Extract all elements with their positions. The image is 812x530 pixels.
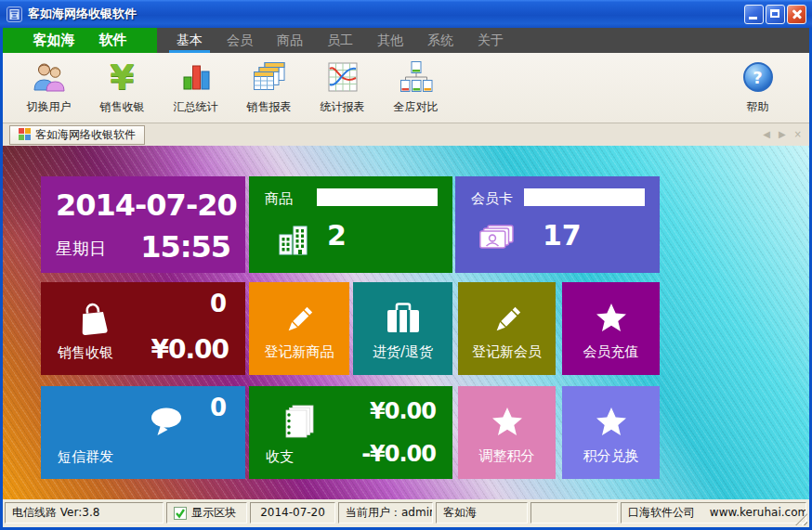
titlebar: 客如海网络收银软件 (0, 0, 812, 28)
toolbar-button-store-compare[interactable]: 全店对比 (379, 59, 452, 115)
tile-member-recharge[interactable]: 会员充值 (562, 282, 660, 375)
tile-sms-broadcast[interactable]: 短信群发 0 (41, 386, 245, 479)
minimize-button[interactable] (744, 5, 764, 24)
tile-new-member[interactable]: 登记新会员 (458, 282, 556, 375)
show-blocks-label: 显示区块 (191, 503, 236, 523)
tile-exchange-points[interactable]: 积分兑换 (562, 386, 660, 479)
new-product-label: 登记新商品 (265, 343, 334, 361)
menu-tab-other[interactable]: 其他 (365, 28, 415, 53)
close-button[interactable] (787, 5, 806, 24)
toolbar-label: 统计报表 (321, 99, 365, 115)
app-icon (7, 6, 22, 22)
company-name: 口海软件公司 (628, 506, 695, 519)
menu-tab-system[interactable]: 系统 (415, 28, 465, 53)
line-chart-icon (328, 59, 358, 95)
status-show-blocks: 显示区块 (166, 502, 247, 524)
sales-amount: ¥0.00 (151, 334, 229, 365)
sales-label: 销售收银 (58, 344, 113, 362)
purchase-return-label: 进货/退货 (373, 343, 433, 361)
tile-adjust-points[interactable]: 调整积分 (458, 386, 556, 479)
show-blocks-checkbox[interactable] (174, 507, 187, 520)
tile-sales-cashier[interactable]: 销售收银 0 ¥0.00 (41, 282, 245, 375)
tile-datetime[interactable]: 2014-07-20 星期日 15:55 (41, 176, 245, 273)
tab-scroll-right-icon[interactable]: ▶ (779, 129, 786, 140)
new-member-label: 登记新会员 (472, 343, 542, 361)
brand-block: 客如海 软件 (3, 28, 157, 53)
report-tables-icon (254, 59, 285, 95)
help-icon: ? (743, 59, 773, 95)
product-label: 商品 (265, 190, 293, 208)
website-text: www.keruhai.com (710, 506, 806, 519)
tile-member-card[interactable]: 会员卡 17 (455, 176, 660, 273)
notebook-icon (284, 405, 316, 444)
sales-count: 0 (210, 290, 227, 317)
sms-count: 0 (210, 394, 227, 421)
switch-user-icon (33, 59, 66, 95)
time-text: 15:55 (140, 229, 230, 265)
document-tab-home[interactable]: 客如海网络收银软件 (9, 125, 145, 145)
toolbar-button-summary-stats[interactable]: 汇总统计 (159, 59, 232, 115)
tab-navigation: ◀ ▶ × (763, 129, 802, 140)
store-compare-icon (399, 59, 433, 95)
shopping-bag-icon (76, 301, 111, 342)
member-count: 17 (543, 219, 582, 252)
toolbar-label: 销售收银 (100, 99, 145, 115)
tile-purchase-return[interactable]: 进货/退货 (353, 282, 452, 375)
pencil-icon (490, 303, 525, 342)
exchange-points-label: 积分兑换 (583, 447, 639, 465)
tile-new-product[interactable]: 登记新商品 (249, 282, 349, 375)
status-empty-panel (530, 502, 618, 524)
product-count: 2 (327, 219, 347, 252)
app-window: 客如海网络收银软件 客如海 软件 基本 会员 商品 员工 其他 系统 关于 (0, 0, 812, 530)
toolbar-button-stats-report[interactable]: 统计报表 (306, 59, 379, 115)
menu-tab-product[interactable]: 商品 (265, 28, 315, 53)
star-icon (595, 407, 628, 442)
menu-tab-about[interactable]: 关于 (465, 28, 516, 53)
toolbar-label: 切换用户 (27, 99, 72, 115)
yen-icon: ¥ (110, 59, 134, 95)
toolbar-button-help[interactable]: ? 帮助 (721, 59, 794, 115)
income-label: 收支 (266, 448, 294, 466)
status-store-name: 客如海 (436, 502, 528, 524)
status-company: 口海软件公司 www.keruhai.com (621, 502, 806, 524)
menu-tab-staff[interactable]: 员工 (315, 28, 365, 53)
window-title: 客如海网络收银软件 (28, 6, 137, 22)
menu-tab-member[interactable]: 会员 (215, 28, 265, 53)
toolbar-button-sales-report[interactable]: 销售报表 (232, 59, 306, 115)
building-icon (277, 223, 310, 260)
toolbar-label: 全店对比 (394, 99, 439, 115)
toolbar-label: 帮助 (747, 99, 769, 115)
brand-suffix: 软件 (99, 32, 127, 49)
client-area: 客如海 软件 基本 会员 商品 员工 其他 系统 关于 (3, 28, 809, 527)
tab-scroll-left-icon[interactable]: ◀ (763, 129, 770, 140)
expense-amount: -¥0.00 (361, 441, 436, 467)
document-tab-label: 客如海网络收银软件 (35, 127, 136, 143)
toolbar-label: 销售报表 (247, 99, 292, 115)
tile-product[interactable]: 商品 (249, 176, 452, 273)
briefcase-icon (386, 303, 421, 338)
toolbar-button-cashier[interactable]: ¥ 销售收银 (85, 59, 159, 115)
star-icon (491, 407, 524, 442)
menubar: 客如海 软件 基本 会员 商品 员工 其他 系统 关于 (3, 28, 809, 53)
status-line-version: 电信线路 Ver:3.8 (5, 502, 164, 524)
speech-bubble-icon (149, 407, 186, 442)
date-text: 2014-07-20 (56, 187, 237, 223)
toolbar-button-switch-user[interactable]: 切换用户 (12, 59, 85, 115)
status-date: 2014-07-20 (250, 502, 335, 524)
weekday-text: 星期日 (56, 238, 106, 260)
tab-close-icon[interactable]: × (794, 129, 802, 140)
adjust-points-label: 调整积分 (479, 447, 535, 465)
maximize-button[interactable] (766, 5, 785, 24)
bar-chart-icon (181, 59, 211, 95)
member-card-label: 会员卡 (471, 190, 513, 208)
tile-income-expense[interactable]: 收支 ¥0.00 -¥0.00 (249, 386, 452, 479)
pencil-icon (282, 303, 317, 342)
member-card-input[interactable] (524, 188, 645, 206)
toolbar: 切换用户 ¥ 销售收银 汇总统计 (3, 53, 809, 123)
menu-tab-basic[interactable]: 基本 (164, 28, 215, 53)
document-tabstrip: 客如海网络收银软件 ◀ ▶ × (3, 123, 809, 146)
member-cards-icon (479, 225, 517, 258)
menu-tabs: 基本 会员 商品 员工 其他 系统 关于 (164, 28, 516, 53)
star-icon (595, 303, 628, 338)
product-input[interactable] (317, 188, 438, 206)
